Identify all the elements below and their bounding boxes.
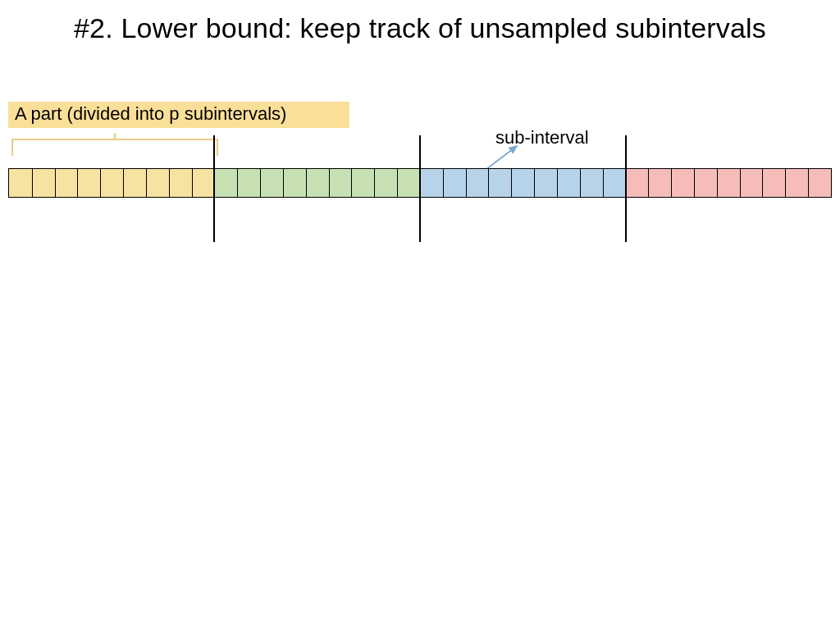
subinterval-cell xyxy=(374,169,397,197)
subinterval-cell xyxy=(603,169,626,197)
subinterval-cell xyxy=(351,169,374,197)
subinterval-cell xyxy=(717,169,740,197)
subinterval-cell xyxy=(260,169,283,197)
subinterval-cell xyxy=(740,169,763,197)
subinterval-cell xyxy=(9,169,32,197)
subinterval-cell xyxy=(534,169,557,197)
subinterval-cell xyxy=(511,169,534,197)
subinterval-cell xyxy=(146,169,169,197)
subinterval-cell xyxy=(306,169,329,197)
subinterval-cell xyxy=(55,169,78,197)
subinterval-cell xyxy=(237,169,260,197)
slide-title: #2. Lower bound: keep track of unsampled… xyxy=(0,11,840,44)
part-label: A part (divided into p subintervals) xyxy=(8,102,349,128)
subinterval-cell xyxy=(488,169,511,197)
subinterval-cell xyxy=(694,169,717,197)
subinterval-cell xyxy=(466,169,489,197)
subinterval-cell xyxy=(785,169,808,197)
subinterval-cell xyxy=(443,169,466,197)
diagram-stage: #2. Lower bound: keep track of unsampled… xyxy=(0,0,840,630)
subinterval-cell xyxy=(329,169,352,197)
subinterval-cell xyxy=(32,169,55,197)
subinterval-cell xyxy=(671,169,694,197)
subinterval-cell xyxy=(77,169,100,197)
subinterval-cell xyxy=(762,169,785,197)
subinterval-cell xyxy=(123,169,146,197)
part-divider xyxy=(625,135,627,242)
subinterval-cell xyxy=(808,169,831,197)
subinterval-cell xyxy=(214,169,237,197)
subinterval-cell xyxy=(557,169,580,197)
part-divider xyxy=(419,135,421,242)
part-divider xyxy=(213,135,215,242)
subinterval-cell xyxy=(580,169,603,197)
subinterval-cell xyxy=(420,169,443,197)
subinterval-cell xyxy=(625,169,648,197)
subinterval-cell xyxy=(100,169,123,197)
subinterval-cell xyxy=(397,169,420,197)
subinterval-cell xyxy=(648,169,671,197)
part-bracket-icon xyxy=(11,133,218,158)
subinterval-cell xyxy=(283,169,306,197)
subinterval-cell xyxy=(169,169,192,197)
subinterval-cell xyxy=(192,169,215,197)
